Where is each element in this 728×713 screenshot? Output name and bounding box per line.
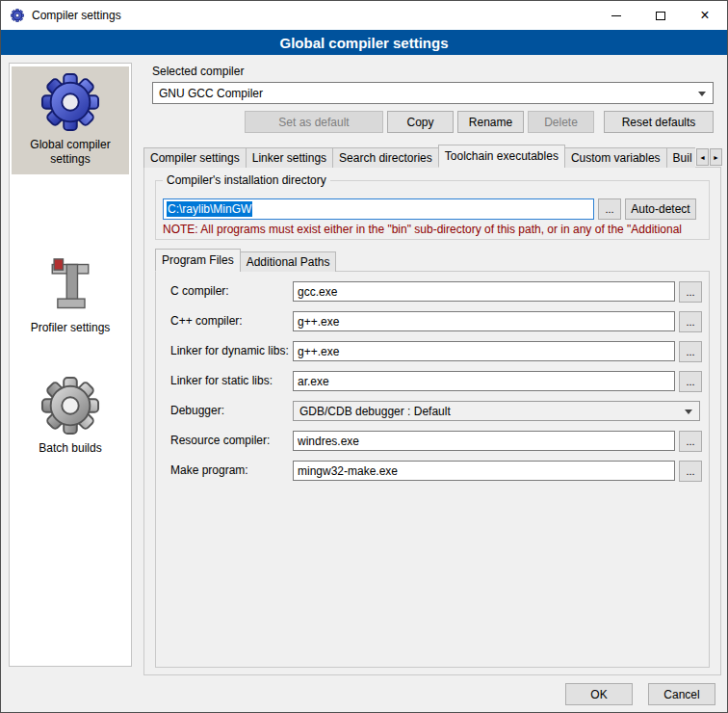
chevron-down-icon <box>685 409 692 414</box>
gray-gear-icon <box>40 376 100 436</box>
linker-dynamic-row: Linker for dynamic libs: ... <box>170 341 702 362</box>
field-label: Linker for dynamic libs: <box>170 344 289 357</box>
browse-button[interactable]: ... <box>679 341 702 362</box>
field-label: C++ compiler: <box>170 314 243 328</box>
debugger-select-value: GDB/CDB debugger : Default <box>299 405 451 418</box>
tab-search-directories[interactable]: Search directories <box>332 147 439 168</box>
c-compiler-input[interactable] <box>293 281 675 302</box>
browse-button[interactable]: ... <box>679 461 702 482</box>
subtab-program-files[interactable]: Program Files <box>155 249 241 272</box>
tab-compiler-settings[interactable]: Compiler settings <box>143 147 247 168</box>
tab-linker-settings[interactable]: Linker settings <box>246 147 333 168</box>
sidebar-item-batch-builds[interactable]: Batch builds <box>12 370 129 463</box>
sidebar-item-label: Global compiler settings <box>12 138 129 174</box>
sidebar-item-label: Profiler settings <box>27 321 115 343</box>
browse-button[interactable]: ... <box>679 311 702 332</box>
set-as-default-button[interactable]: Set as default <box>245 111 383 133</box>
browse-button[interactable]: ... <box>679 431 702 452</box>
minimize-button[interactable] <box>594 1 638 30</box>
install-dir-input[interactable]: C:\raylib\MinGW <box>163 198 594 220</box>
program-files-tabstrip: Program Files Additional Paths <box>155 249 335 272</box>
close-button[interactable]: × <box>683 1 727 30</box>
resource-compiler-row: Resource compiler: ... <box>170 431 702 452</box>
field-label: Linker for static libs: <box>170 374 273 387</box>
field-label: Resource compiler: <box>170 434 270 447</box>
make-program-row: Make program: ... <box>170 461 702 482</box>
ok-button[interactable]: OK <box>565 683 633 705</box>
c-compiler-row: C compiler: ... <box>170 281 702 303</box>
tab-custom-variables[interactable]: Custom variables <box>564 147 667 168</box>
install-dir-group-title: Compiler's installation directory <box>163 173 330 187</box>
titlebar: Compiler settings × <box>1 1 727 30</box>
tab-build-options[interactable]: Buil <box>666 147 695 168</box>
close-icon: × <box>700 8 709 23</box>
cpp-compiler-row: C++ compiler: ... <box>170 311 702 332</box>
browse-button[interactable]: ... <box>679 371 702 392</box>
bin-subdirectory-note: NOTE: All programs must exist either in … <box>163 223 708 236</box>
maximize-button[interactable] <box>638 1 683 30</box>
debugger-row: Debugger: GDB/CDB debugger : Default <box>170 401 702 422</box>
app-icon <box>10 8 25 23</box>
compiler-select[interactable]: GNU GCC Compiler <box>152 82 714 104</box>
rename-button[interactable]: Rename <box>457 111 524 133</box>
reset-defaults-button[interactable]: Reset defaults <box>604 111 714 133</box>
window-title: Compiler settings <box>32 9 121 22</box>
settings-sidebar: Global compiler settings Profiler settin… <box>9 63 132 667</box>
dialog-banner: Global compiler settings <box>1 30 727 55</box>
copy-button[interactable]: Copy <box>387 111 454 133</box>
subtab-additional-paths[interactable]: Additional Paths <box>240 251 337 272</box>
selected-compiler-label: Selected compiler <box>152 65 244 78</box>
chevron-down-icon <box>698 92 706 96</box>
linker-static-input[interactable] <box>293 371 675 391</box>
compiler-settings-dialog: Compiler settings × Global compiler sett… <box>0 0 728 713</box>
install-dir-browse-button[interactable]: ... <box>598 198 621 220</box>
make-program-input[interactable] <box>293 461 675 481</box>
cancel-button[interactable]: Cancel <box>648 683 715 705</box>
linker-static-row: Linker for static libs: ... <box>170 371 702 392</box>
maximize-icon <box>656 12 665 20</box>
tab-scroll-controls: ◄ ► <box>695 148 722 166</box>
compiler-select-value: GNU GCC Compiler <box>159 87 263 100</box>
field-label: Make program: <box>170 463 248 477</box>
blue-gear-icon <box>40 72 100 132</box>
delete-button[interactable]: Delete <box>528 111 594 133</box>
sidebar-item-global-compiler-settings[interactable]: Global compiler settings <box>12 66 129 174</box>
debugger-select[interactable]: GDB/CDB debugger : Default <box>293 401 700 421</box>
tab-toolchain-executables[interactable]: Toolchain executables <box>438 145 565 168</box>
minimize-icon <box>611 15 621 16</box>
browse-button[interactable]: ... <box>679 281 702 303</box>
sidebar-item-profiler-settings[interactable]: Profiler settings <box>12 251 129 343</box>
tab-scroll-left-button[interactable]: ◄ <box>696 148 709 166</box>
field-label: Debugger: <box>170 404 224 417</box>
cpp-compiler-input[interactable] <box>293 311 675 331</box>
resource-compiler-input[interactable] <box>293 431 675 451</box>
tab-scroll-right-button[interactable]: ► <box>710 148 722 166</box>
auto-detect-button[interactable]: Auto-detect <box>625 198 696 220</box>
profiler-tool-icon <box>43 257 97 315</box>
window-controls: × <box>594 1 727 30</box>
sidebar-item-label: Batch builds <box>35 441 105 463</box>
linker-dynamic-input[interactable] <box>293 341 675 361</box>
install-dir-value: C:\raylib\MinGW <box>167 201 252 217</box>
settings-tabstrip: Compiler settings Linker settings Search… <box>143 145 695 168</box>
field-label: C compiler: <box>170 284 229 298</box>
